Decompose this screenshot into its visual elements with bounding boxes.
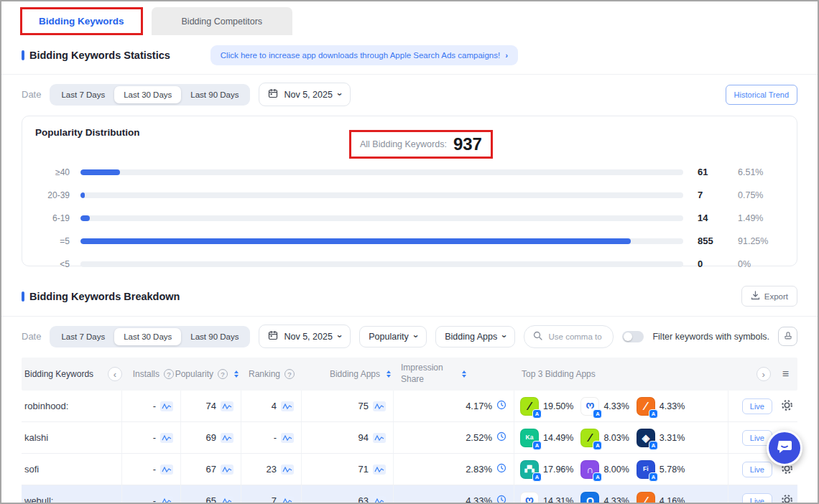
sparkline-icon[interactable] [373,433,386,443]
range-last-30-days[interactable]: Last 30 Days [114,328,181,345]
top-bidding-app[interactable]: ▞▚A17.96% [520,460,573,479]
live-button[interactable]: Live [742,493,772,504]
popularity-distribution-card: Popularity Distribution All Bidding Keyw… [22,116,797,266]
range-last-90-days[interactable]: Last 90 Days [181,86,248,103]
keyword-cell: kalshi [24,432,48,443]
popularity-value: 74 [206,401,216,411]
date-label: Date [22,89,41,100]
live-button[interactable]: Live [742,398,772,414]
asa-campaign-banner[interactable]: Click here to increase app downloads thr… [210,45,518,65]
bar-track [80,215,683,221]
column-settings-icon[interactable]: ≡ [782,368,789,381]
chart-row: =5 855 91.25% [35,235,784,246]
sparkline-icon[interactable] [373,465,386,475]
range-last-7-days[interactable]: Last 7 Days [52,86,114,103]
historical-trend-button[interactable]: Historical Trend [726,85,797,105]
bucket-percent: 0.75% [738,190,784,200]
clock-icon[interactable] [496,463,506,475]
sparkline-icon[interactable] [373,496,386,504]
top-bidding-app[interactable]: ∕A8.03% [580,429,629,447]
sparkline-icon[interactable] [160,433,173,443]
app-icon: ∩A [580,460,599,479]
clock-icon[interactable] [496,400,506,412]
popularity-bar-chart: ≥40 61 6.51% 20-39 7 0.75% 6-19 14 1.49%… [35,167,784,269]
help-icon[interactable]: ? [218,369,228,379]
tab-bidding-keywords[interactable]: Bidding Keywords [22,9,141,33]
bucket-count: 855 [698,235,738,246]
sparkline-icon[interactable] [160,465,173,475]
chat-launcher-button[interactable] [767,430,802,466]
search-input[interactable] [547,332,604,342]
calendar-icon [268,330,278,342]
sparkline-icon[interactable] [160,496,173,504]
collapse-column-icon[interactable]: ‹ [108,367,122,381]
sparkline-icon[interactable] [373,401,386,411]
range-last-90-days[interactable]: Last 90 Days [181,328,248,345]
app-icon: KaA [520,429,539,447]
range-last-30-days[interactable]: Last 30 Days [114,86,181,103]
top-bidding-app[interactable]: ∩A8.00% [580,460,629,479]
popularity-filter-dropdown[interactable]: Popularity › [359,326,427,347]
top-bidding-app[interactable]: ∕A19.50% [520,397,573,416]
export-button[interactable]: Export [741,286,797,307]
help-icon[interactable]: ? [284,369,295,379]
sparkline-icon[interactable] [221,496,233,504]
top-bidding-app[interactable]: QA4.33% [580,492,629,504]
bar-track [80,238,683,244]
gear-icon[interactable] [781,494,793,504]
expand-column-icon[interactable]: › [756,367,771,381]
clock-icon[interactable] [496,495,506,504]
live-button[interactable]: Live [742,462,772,477]
bidding-apps-value: 71 [358,464,369,475]
app-share: 3.31% [660,433,685,443]
bar-fill [80,238,631,244]
date-picker[interactable]: Nov 5, 2025 › [259,83,351,106]
app-icon: ∕A [637,492,655,504]
sort-icon[interactable] [387,370,391,378]
popularity-value: 65 [206,495,216,504]
sparkline-icon[interactable] [281,433,294,443]
sort-icon[interactable] [462,370,466,378]
top-bidding-app[interactable]: ∕A4.16% [637,492,685,504]
help-icon[interactable]: ? [164,369,174,379]
table-row[interactable]: webull: - 65 7 63 4.33% ωA14.31% QA4.33%… [22,485,797,504]
chevron-down-icon: › [336,93,345,95]
tab-bidding-competitors[interactable]: Bidding Competitors [152,7,293,35]
gear-icon[interactable] [781,399,793,414]
bar-fill [80,192,85,198]
top-bidding-app[interactable]: FiA5.78% [637,460,685,479]
top-bidding-app[interactable]: ∕A4.33% [637,397,685,416]
sparkline-icon[interactable] [221,401,233,411]
table-row[interactable]: robinhood: - 74 4 75 4.17% ∕A19.50% ωA4.… [22,391,797,422]
top-bidding-app[interactable]: KaA14.49% [520,429,573,447]
bucket-count: 7 [698,190,738,200]
date-label: Date [22,331,41,342]
date-picker[interactable]: Nov 5, 2025 › [259,325,351,348]
stats-section-title: Bidding Keywords Statistics [22,50,170,61]
top-bidding-app[interactable]: ωA14.31% [520,492,573,504]
sparkline-icon[interactable] [221,465,233,475]
symbols-toggle-label: Filter keywords with symbols. [652,332,769,342]
symbols-filter-toggle[interactable] [622,331,644,342]
clock-icon[interactable] [496,431,506,444]
bucket-percent: 1.49% [738,213,784,223]
bucket-percent: 6.51% [738,167,784,177]
sort-icon[interactable] [234,370,239,378]
top-bidding-app[interactable]: ωA4.33% [580,397,629,416]
app-icon: ▞▚A [520,460,539,479]
sparkline-icon[interactable] [221,433,233,443]
range-last-7-days[interactable]: Last 7 Days [52,328,114,345]
annotation-box-total: All Bidding Keywords: 937 [349,130,493,159]
table-row[interactable]: sofi - 67 23 71 2.83% ▞▚A17.96% ∩A8.00% … [22,454,797,485]
table-row[interactable]: kalshi - 69 - 94 2.52% KaA14.49% ∕A8.03%… [22,422,797,454]
date-value: Nov 5, 2025 [284,90,332,100]
top-bidding-app[interactable]: ◈A3.31% [637,429,685,447]
sparkline-icon[interactable] [281,496,294,504]
sparkline-icon[interactable] [281,465,294,475]
chart-row: ≥40 61 6.51% [35,167,784,177]
sparkline-icon[interactable] [281,401,294,411]
bidding-apps-filter-dropdown[interactable]: Bidding Apps › [435,326,515,347]
chevron-down-icon: › [411,335,420,337]
sparkline-icon[interactable] [160,401,173,411]
clean-keywords-button[interactable] [778,327,797,346]
